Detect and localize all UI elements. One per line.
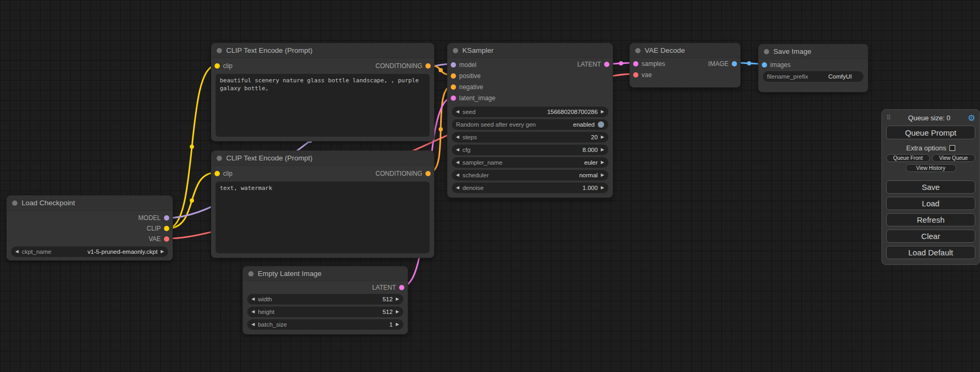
steps-widget[interactable]: ◀ steps 20 ▶: [452, 132, 608, 142]
clip-input-dot[interactable]: [215, 171, 220, 176]
node-title-bar[interactable]: VAE Decode: [630, 43, 740, 58]
decrement-arrow-icon[interactable]: ◀: [251, 322, 255, 327]
images-input-dot[interactable]: [762, 62, 767, 68]
increment-arrow-icon[interactable]: ▶: [601, 186, 604, 190]
positive-input-dot[interactable]: [451, 73, 456, 79]
node-title: CLIP Text Encode (Prompt): [226, 46, 313, 54]
clip-input-dot[interactable]: [215, 63, 220, 69]
vae-input-dot[interactable]: [633, 72, 638, 78]
empty-latent-image-node[interactable]: Empty Latent Image LATENT ◀ width 512 ▶ …: [242, 266, 408, 335]
decrement-arrow-icon[interactable]: ◀: [456, 110, 459, 114]
queue-menu-panel[interactable]: ⠿ Queue size: 0 ⚙ Queue Prompt Extra opt…: [881, 109, 980, 265]
batch-size-widget[interactable]: ◀ batch_size 1 ▶: [247, 319, 403, 330]
node-title-bar[interactable]: KSampler: [448, 43, 613, 58]
collapse-dot-icon[interactable]: [217, 156, 222, 161]
drag-handle-icon[interactable]: ⠿: [886, 114, 891, 121]
collapse-dot-icon[interactable]: [635, 48, 641, 53]
refresh-button[interactable]: Refresh: [886, 213, 975, 226]
node-title-bar[interactable]: CLIP Text Encode (Prompt): [211, 43, 434, 58]
node-title-bar[interactable]: Save Image: [759, 44, 868, 59]
prev-value-arrow-icon[interactable]: ◀: [15, 250, 18, 254]
model-input-dot[interactable]: [451, 62, 456, 68]
widget-value: 8.000: [583, 147, 598, 153]
decrement-arrow-icon[interactable]: ◀: [456, 148, 459, 152]
next-value-arrow-icon[interactable]: ▶: [601, 173, 604, 177]
ckpt-name-widget[interactable]: ◀ ckpt_name v1-5-pruned-emaonly.ckpt ▶: [11, 246, 168, 257]
widget-value: 1.000: [583, 185, 598, 191]
positive-prompt-text[interactable]: beautiful scenery nature glass bottle la…: [216, 74, 430, 137]
next-value-arrow-icon[interactable]: ▶: [601, 160, 604, 165]
node-title-bar[interactable]: Load Checkpoint: [7, 196, 172, 211]
slot-label: positive: [459, 72, 481, 80]
image-output-dot[interactable]: [732, 61, 737, 66]
widget-label: ckpt_name: [22, 249, 51, 255]
toggle-indicator-icon[interactable]: [598, 121, 604, 128]
vae-output-dot[interactable]: [164, 236, 169, 242]
link-midpoint-dot: [190, 198, 194, 203]
ksampler-node[interactable]: KSampler LATENT model positive negative …: [447, 43, 613, 198]
vae-decode-node[interactable]: VAE Decode IMAGE samples vae: [629, 43, 741, 88]
decrement-arrow-icon[interactable]: ◀: [251, 310, 255, 314]
input-slot-positive: positive: [448, 70, 613, 81]
view-history-button[interactable]: View History: [906, 164, 956, 172]
link-midpoint-dot: [190, 145, 194, 149]
decrement-arrow-icon[interactable]: ◀: [456, 135, 459, 139]
denoise-widget[interactable]: ◀ denoise 1.000 ▶: [452, 183, 608, 193]
increment-arrow-icon[interactable]: ▶: [601, 148, 604, 152]
queue-prompt-button[interactable]: Queue Prompt: [886, 126, 975, 139]
increment-arrow-icon[interactable]: ▶: [601, 135, 604, 139]
width-widget[interactable]: ◀ width 512 ▶: [247, 294, 403, 304]
input-slot-images: images: [759, 59, 868, 70]
collapse-dot-icon[interactable]: [12, 201, 17, 206]
clip-text-encode-positive-node[interactable]: CLIP Text Encode (Prompt) clip CONDITION…: [211, 43, 434, 141]
view-queue-button[interactable]: View Queue: [932, 154, 976, 162]
random-seed-toggle-widget[interactable]: Random seed after every gen enabled: [452, 119, 608, 130]
negative-prompt-text[interactable]: text, watermark: [216, 182, 430, 253]
node-title: Empty Latent Image: [258, 270, 322, 278]
negative-input-dot[interactable]: [451, 84, 456, 90]
extra-options-row: Extra options: [882, 144, 979, 152]
clip-output-dot[interactable]: [164, 226, 169, 231]
collapse-dot-icon[interactable]: [217, 48, 222, 53]
extra-options-checkbox[interactable]: [949, 145, 955, 151]
increment-arrow-icon[interactable]: ▶: [396, 297, 399, 301]
scheduler-widget[interactable]: ◀ scheduler normal ▶: [452, 170, 608, 180]
clear-button[interactable]: Clear: [886, 230, 975, 243]
increment-arrow-icon[interactable]: ▶: [396, 322, 399, 327]
clip-text-encode-negative-node[interactable]: CLIP Text Encode (Prompt) clip CONDITION…: [211, 150, 434, 258]
collapse-dot-icon[interactable]: [764, 49, 769, 54]
conditioning-output-dot[interactable]: [425, 171, 431, 176]
cfg-widget[interactable]: ◀ cfg 8.000 ▶: [452, 145, 608, 155]
filename-prefix-widget[interactable]: filename_prefix ComfyUI: [763, 71, 863, 82]
widget-value: normal: [579, 172, 598, 178]
collapse-dot-icon[interactable]: [248, 271, 254, 276]
settings-gear-icon[interactable]: ⚙: [968, 113, 975, 123]
decrement-arrow-icon[interactable]: ◀: [251, 297, 255, 301]
conditioning-output-dot[interactable]: [425, 63, 431, 69]
load-button[interactable]: Load: [886, 197, 975, 210]
next-value-arrow-icon[interactable]: ▶: [161, 250, 164, 254]
sampler-name-widget[interactable]: ◀ sampler_name euler ▶: [452, 157, 608, 168]
latent-output-dot[interactable]: [604, 62, 609, 67]
node-title-bar[interactable]: Empty Latent Image: [243, 266, 407, 281]
decrement-arrow-icon[interactable]: ◀: [456, 186, 459, 190]
seed-widget[interactable]: ◀ seed 156680208700286 ▶: [452, 107, 608, 117]
node-title-bar[interactable]: CLIP Text Encode (Prompt): [211, 151, 434, 166]
increment-arrow-icon[interactable]: ▶: [396, 310, 399, 314]
load-default-button[interactable]: Load Default: [886, 246, 975, 259]
latent-output-dot[interactable]: [399, 285, 404, 290]
queue-front-button[interactable]: Queue Front: [886, 154, 930, 162]
model-output-dot[interactable]: [164, 215, 169, 221]
prev-value-arrow-icon[interactable]: ◀: [456, 173, 459, 177]
load-checkpoint-node[interactable]: Load Checkpoint MODEL CLIP VAE ◀ ckpt_na…: [6, 195, 173, 261]
save-image-node[interactable]: Save Image images filename_prefix ComfyU…: [758, 44, 868, 92]
increment-arrow-icon[interactable]: ▶: [601, 110, 604, 114]
input-slot-negative: negative: [448, 81, 613, 92]
save-button[interactable]: Save: [886, 180, 975, 194]
prev-value-arrow-icon[interactable]: ◀: [456, 160, 459, 165]
collapse-dot-icon[interactable]: [453, 48, 458, 53]
slot-label: LATENT: [372, 284, 396, 291]
height-widget[interactable]: ◀ height 512 ▶: [247, 307, 403, 317]
latent-image-input-dot[interactable]: [451, 96, 456, 101]
samples-input-dot[interactable]: [633, 61, 638, 66]
